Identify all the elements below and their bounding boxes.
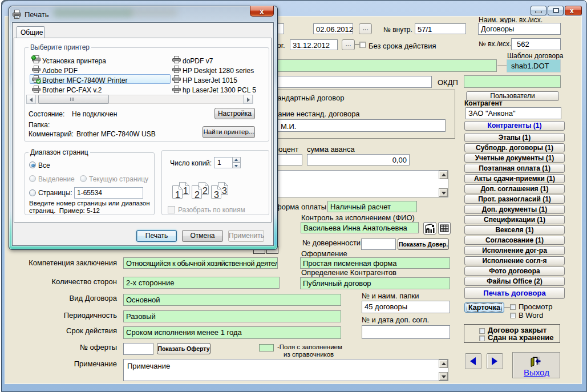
svg-text:1: 1 (183, 186, 188, 196)
svg-text:3: 3 (222, 186, 227, 196)
svg-text:3: 3 (214, 190, 219, 200)
svg-text:2: 2 (203, 186, 208, 196)
svg-text:1: 1 (175, 190, 180, 200)
svg-text:2: 2 (195, 190, 200, 200)
